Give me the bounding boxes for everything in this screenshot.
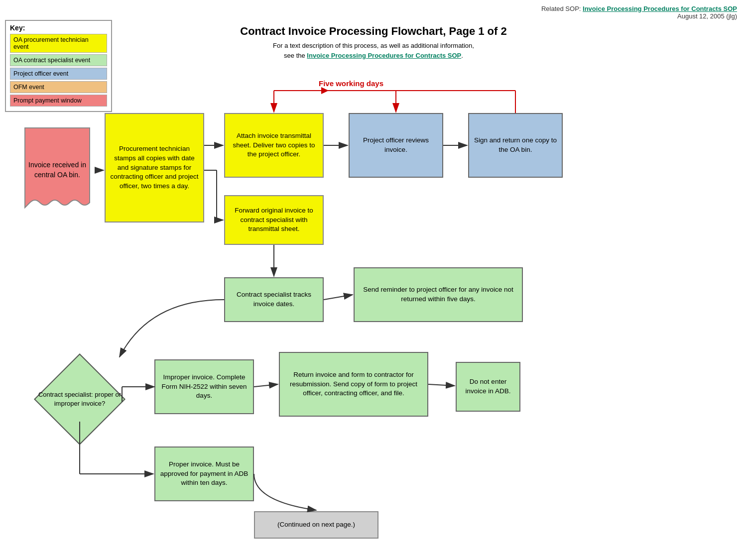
related-sop-link[interactable]: Invoice Processing Procedures for Contra… <box>583 5 737 12</box>
date-line: August 12, 2005 (jlg) <box>677 12 737 20</box>
procurement-tech-box: Procurement technician stamps all copies… <box>105 113 204 223</box>
contract-tracks-box: Contract specialist tracks invoice dates… <box>224 277 324 322</box>
subtitle-link[interactable]: Invoice Processing Procedures for Contra… <box>307 52 461 59</box>
attach-transmittal-box: Attach invoice transmittal sheet. Delive… <box>224 113 324 178</box>
svg-line-10 <box>324 295 353 300</box>
main-title: Contract Invoice Processing Flowchart, P… <box>10 25 737 38</box>
return-invoice-box: Return invoice and form to contractor fo… <box>279 352 428 417</box>
improper-invoice-box: Improper invoice. Complete Form NIH-2522… <box>154 359 254 414</box>
project-officer-reviews-box: Project officer reviews invoice. <box>349 113 443 178</box>
page-container: Related SOP: Invoice Processing Procedur… <box>0 0 747 560</box>
diamond-container: Contract specialist: proper or improper … <box>37 357 122 442</box>
key-item-0: OA procurement technician event <box>10 34 107 53</box>
continued-box: (Continued on next page.) <box>254 511 378 539</box>
five-days-label: Five working days <box>319 79 383 88</box>
sign-return-box: Sign and return one copy to the OA bin. <box>468 113 563 178</box>
proper-invoice-box: Proper invoice. Must be approved for pay… <box>154 447 254 501</box>
send-reminder-box: Send reminder to project officer for any… <box>354 267 523 322</box>
key-title: Key: <box>10 24 107 32</box>
header-area: Related SOP: Invoice Processing Procedur… <box>10 5 737 20</box>
do-not-enter-box: Do not enter invoice in ADB. <box>456 362 520 412</box>
forward-original-box: Forward original invoice to contract spe… <box>224 195 324 245</box>
subtitle: For a text description of this process, … <box>10 41 737 60</box>
invoice-received-box: Invoice received in central OA bin. <box>20 123 95 218</box>
related-sop: Related SOP: Invoice Processing Procedur… <box>541 5 737 12</box>
related-sop-prefix: Related SOP: <box>541 5 583 12</box>
flowchart: Five working days Invoice received in ce… <box>10 63 737 531</box>
diamond-text: Contract specialist: proper or improper … <box>37 390 122 408</box>
svg-line-23 <box>428 384 455 386</box>
svg-line-22 <box>254 384 278 387</box>
main-title-area: Contract Invoice Processing Flowchart, P… <box>10 25 737 60</box>
invoice-received-text: Invoice received in central OA bin. <box>20 160 95 180</box>
svg-marker-19 <box>321 87 329 94</box>
